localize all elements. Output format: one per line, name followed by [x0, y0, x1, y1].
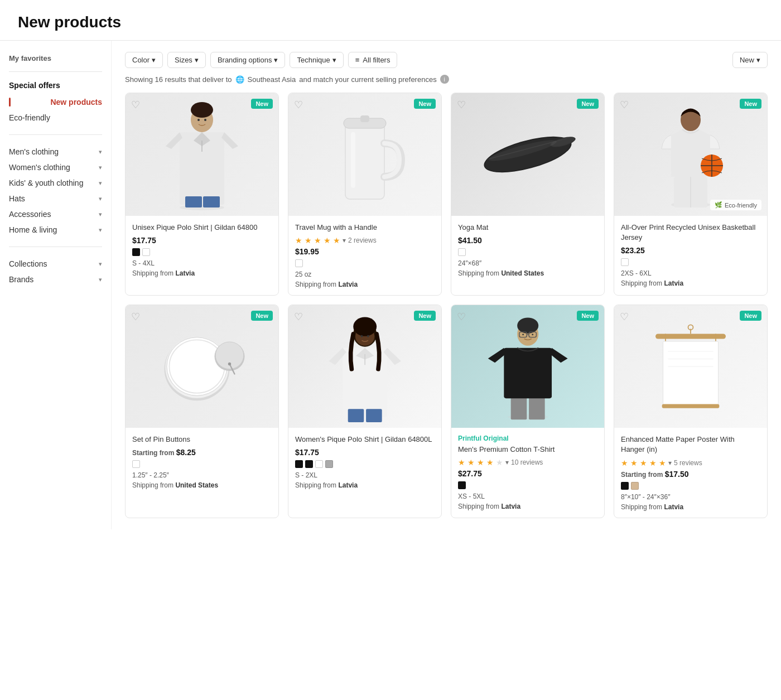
product-dimensions: 8″×10″ - 24″×36″ [621, 493, 760, 501]
color-swatch-sand[interactable] [631, 482, 639, 490]
product-card-premium-tshirt[interactable]: ♡ New [451, 305, 605, 518]
color-swatch-black[interactable] [458, 481, 466, 489]
product-brand: Printful Original [458, 435, 597, 442]
branding-filter-button[interactable]: Branding options ▾ [210, 52, 286, 68]
sidebar-item-label: Collections [9, 259, 47, 268]
color-swatch-black2[interactable] [305, 460, 313, 468]
product-image-matte-poster: ♡ New [614, 305, 767, 428]
product-name: Yoga Mat [458, 223, 597, 233]
shipping-info: Shipping from United States [458, 269, 597, 277]
color-swatch-black[interactable] [621, 482, 629, 490]
sidebar-item-new-products[interactable]: New products [9, 94, 102, 110]
color-swatch-white[interactable] [295, 259, 303, 267]
main-content: Color ▾ Sizes ▾ Branding options ▾ Techn… [112, 41, 781, 529]
svg-rect-47 [511, 396, 527, 420]
sidebar-item-accessories[interactable]: Accessories ▾ [9, 206, 102, 222]
sidebar-item-mens-clothing[interactable]: Men's clothing ▾ [9, 144, 102, 160]
wishlist-button[interactable]: ♡ [620, 311, 629, 323]
branding-filter-label: Branding options [218, 56, 272, 64]
color-swatch-white[interactable] [458, 248, 466, 256]
info-icon[interactable]: i [440, 75, 449, 84]
reviews-toggle[interactable]: ▾ [343, 236, 346, 244]
color-swatches [132, 248, 272, 256]
svg-point-8 [197, 119, 200, 121]
star-rating: ★ ★ ★ ★ ★ ▾ 2 reviews [295, 236, 435, 245]
svg-rect-10 [185, 196, 202, 207]
product-info: Yoga Mat $41.50 24″×68″ Shipping from Un… [451, 216, 604, 284]
sort-button[interactable]: New ▾ [732, 52, 768, 68]
wishlist-button[interactable]: ♡ [457, 311, 466, 323]
product-info: Printful Original Men's Premium Cotton T… [451, 428, 604, 517]
svg-rect-39 [348, 409, 364, 422]
color-swatches [132, 460, 272, 468]
color-filter-button[interactable]: Color ▾ [125, 52, 163, 68]
my-favorites-label: My favorites [9, 54, 102, 62]
color-swatch-grey[interactable] [325, 460, 333, 468]
all-filters-button[interactable]: ≡ All filters [348, 52, 398, 68]
sidebar-item-womens-clothing[interactable]: Women's clothing ▾ [9, 160, 102, 175]
sidebar-item-collections[interactable]: Collections ▾ [9, 256, 102, 272]
color-swatch-white[interactable] [132, 460, 140, 468]
product-image-travel-mug: ♡ New [288, 93, 441, 216]
product-oz: 25 oz [295, 271, 435, 278]
product-card-basketball-jersey[interactable]: ♡ New 🌿 Eco-friendly [614, 93, 768, 296]
globe-icon: 🌐 [235, 75, 244, 84]
badge-eco-friendly: 🌿 Eco-friendly [710, 200, 761, 210]
color-swatch-white[interactable] [621, 258, 629, 266]
chevron-down-icon: ▾ [152, 56, 156, 64]
leaf-icon: 🌿 [715, 201, 722, 209]
wishlist-button[interactable]: ♡ [457, 99, 466, 111]
star-3: ★ [477, 458, 484, 467]
sidebar-divider-1 [9, 71, 102, 72]
color-swatch-white[interactable] [142, 248, 150, 256]
wishlist-button[interactable]: ♡ [131, 99, 140, 111]
sidebar-item-home-living[interactable]: Home & living ▾ [9, 222, 102, 238]
product-card-pin-buttons[interactable]: ♡ New [125, 305, 279, 518]
poster-illustration [640, 316, 741, 417]
sizes-filter-button[interactable]: Sizes ▾ [167, 52, 206, 68]
product-card-yoga-mat[interactable]: ♡ New Yoga [451, 93, 605, 296]
product-name: Enhanced Matte Paper Poster With Hanger … [621, 435, 760, 455]
product-price: Starting from $8.25 [132, 448, 272, 457]
sidebar-divider-3 [9, 247, 102, 247]
product-price: $27.75 [458, 469, 597, 478]
color-swatch-white[interactable] [315, 460, 323, 468]
color-swatches [621, 258, 760, 266]
pin-buttons-illustration [152, 326, 252, 407]
wishlist-button[interactable]: ♡ [131, 311, 140, 323]
svg-rect-40 [366, 409, 382, 422]
results-text: Showing 16 results that deliver to [125, 75, 232, 84]
technique-filter-button[interactable]: Technique ▾ [290, 52, 343, 68]
color-swatch-black[interactable] [132, 248, 140, 256]
shipping-info: Shipping from Latvia [132, 269, 272, 277]
color-swatch-black[interactable] [295, 460, 303, 468]
tshirt-illustration [485, 311, 570, 422]
chevron-down-icon: ▾ [99, 211, 102, 218]
product-card-polo-shirt[interactable]: ♡ New [125, 93, 279, 296]
badge-new: New [740, 311, 761, 321]
chevron-down-icon: ▾ [99, 260, 102, 268]
sidebar-item-label: Men's clothing [9, 147, 59, 156]
reviews-toggle[interactable]: ▾ [668, 459, 672, 467]
wishlist-button[interactable]: ♡ [620, 99, 629, 111]
shipping-info: Shipping from United States [132, 481, 272, 489]
sidebar-item-brands[interactable]: Brands ▾ [9, 272, 102, 287]
sidebar-item-hats[interactable]: Hats ▾ [9, 191, 102, 206]
shipping-info: Shipping from Latvia [621, 279, 760, 287]
wishlist-button[interactable]: ♡ [294, 99, 303, 111]
reviews-toggle[interactable]: ▾ [505, 458, 509, 466]
svg-marker-50 [488, 348, 507, 363]
sidebar-item-kids-clothing[interactable]: Kids' & youth clothing ▾ [9, 175, 102, 191]
product-card-womens-polo[interactable]: ♡ New [288, 305, 442, 518]
sidebar-item-eco-friendly[interactable]: Eco-friendly [9, 110, 102, 125]
product-image-yoga-mat: ♡ New [451, 93, 604, 216]
product-card-travel-mug[interactable]: ♡ New [288, 93, 442, 296]
chevron-down-icon: ▾ [195, 56, 199, 64]
product-card-matte-poster[interactable]: ♡ New [614, 305, 768, 518]
wishlist-button[interactable]: ♡ [294, 311, 303, 323]
chevron-down-icon: ▾ [756, 56, 760, 64]
star-2: ★ [305, 236, 312, 245]
svg-rect-15 [351, 132, 355, 188]
badge-new: New [577, 311, 599, 321]
color-swatches [621, 482, 760, 490]
